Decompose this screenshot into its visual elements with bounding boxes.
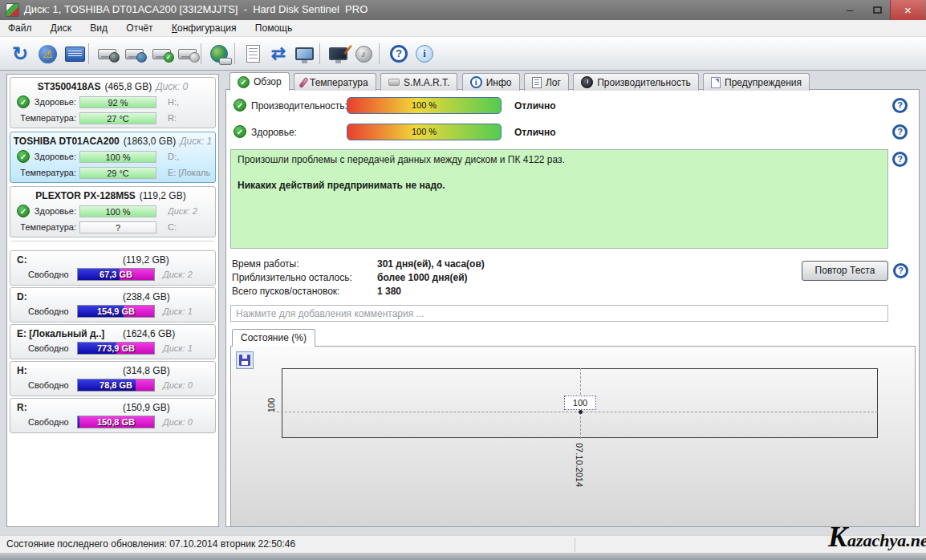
partition-name: D: <box>17 291 27 302</box>
help-icon[interactable]: ? <box>892 152 908 167</box>
menu-help[interactable]: Помощь <box>247 20 300 36</box>
tab-strip: ✓Обзор Температура S.M.A.R.T. iИнфо Лог … <box>229 72 811 90</box>
menu-report[interactable]: Отчёт <box>118 20 160 36</box>
statusbar-separator <box>575 538 575 552</box>
refresh-icon[interactable]: ↻ <box>8 42 32 66</box>
free-label: Свободно <box>28 380 69 390</box>
partition-item-e[interactable]: E: [Локальный д..] (1624,6 GB) Свободно … <box>10 324 216 359</box>
disk-number: Диск: 2 <box>168 206 197 216</box>
partition-name: E: [Локальный д..] <box>17 328 104 339</box>
chart-panel: 100 100 07.10.2014 <box>230 346 916 527</box>
check-icon: ✓ <box>238 76 250 88</box>
gauge-badge-icon <box>109 52 120 63</box>
help-icon[interactable]: ? <box>892 124 908 140</box>
disk-number: Диск: 1 <box>163 343 193 353</box>
disk-item-toshiba-selected[interactable]: TOSHIBA DT01ACA200 (1863,0 GB) Диск: 1 ✓… <box>10 132 216 183</box>
performance-meter: 100 % <box>347 97 502 114</box>
partition-size: (119,2 GB) <box>123 254 169 266</box>
partition-size: (238,4 GB) <box>123 291 170 302</box>
disk-overview-icon[interactable] <box>63 42 87 66</box>
tab-temperature[interactable]: Температура <box>294 73 376 91</box>
free-label: Свободно <box>28 270 69 279</box>
drive-letters: D:, <box>168 152 179 161</box>
problem-alert-icon[interactable]: ⚠ <box>35 42 59 66</box>
temperature-label: Температура: <box>15 222 76 232</box>
estimated-remaining-label: Приблизительно осталось: <box>232 272 352 283</box>
temperature-label: Температура: <box>15 113 76 123</box>
start-stop-count-value: 1 380 <box>377 286 401 297</box>
disk-performance-icon[interactable] <box>95 42 119 66</box>
disk-schedule-icon[interactable] <box>122 42 146 66</box>
free-space-bar: 773,9 GB <box>77 342 155 355</box>
health-ok-icon: ✓ <box>17 150 30 163</box>
tab-performance[interactable]: Производительность <box>573 73 698 91</box>
y-axis-tick-label: 100 <box>266 398 276 412</box>
help-icon[interactable]: ? <box>387 42 411 66</box>
performance-ok-icon: ✓ <box>234 99 246 112</box>
health-ok-icon: ✓ <box>17 205 30 217</box>
partition-size: (150,9 GB) <box>123 402 170 413</box>
power-on-time-value: 301 дня(ей), 4 часа(ов) <box>377 258 485 270</box>
close-button[interactable]: × <box>890 0 925 20</box>
health-bar: 92 % <box>79 96 156 108</box>
menu-view[interactable]: Вид <box>82 20 116 36</box>
disk-search-icon[interactable] <box>175 42 199 66</box>
info-icon: i <box>470 76 482 88</box>
partition-item-d[interactable]: D: (238,4 GB) Свободно 154,9 GB Диск: 1 <box>10 287 216 323</box>
tab-alerts[interactable]: Предупреждения <box>703 73 810 91</box>
retest-button[interactable]: Повтор Теста <box>802 261 888 281</box>
sync-icon[interactable]: ⇄ <box>266 42 290 66</box>
disk-number: Диск: 0 <box>163 417 193 427</box>
health-label: Здоровье: <box>251 127 297 138</box>
disk-number: Диск: 1 <box>180 136 212 147</box>
disk-number: Диск: 0 <box>156 81 188 92</box>
help-icon[interactable]: ? <box>892 98 908 113</box>
temperature-bar: 27 °C <box>79 112 156 124</box>
partition-item-h[interactable]: H: (314,8 GB) Свободно 78,8 GB Диск: 0 <box>10 361 216 396</box>
gridline-100 <box>277 412 878 412</box>
search-badge-icon <box>189 52 200 63</box>
help-icon[interactable]: ? <box>893 263 908 278</box>
health-ok-icon: ✓ <box>234 125 246 138</box>
menu-configuration[interactable]: Конфигурация <box>164 20 245 36</box>
status-message-line2: Никаких действий предпринимать не надо. <box>238 180 881 191</box>
partition-name: H: <box>17 365 27 376</box>
disk-item-plextor[interactable]: PLEXTOR PX-128M5S (119,2 GB) ✓ Здоровье:… <box>10 186 216 237</box>
network-disks-icon[interactable] <box>207 42 231 66</box>
report-icon[interactable] <box>241 42 265 66</box>
disk-accept-icon[interactable]: ✓ <box>149 42 173 66</box>
disk-sidebar: ST3500418AS (465,8 GB) Диск: 0 ✓ Здоровь… <box>6 74 219 527</box>
data-point-tooltip: 100 <box>564 396 596 410</box>
disk-size: (1863,0 GB) <box>124 136 176 147</box>
health-bar: 100 % <box>79 151 156 163</box>
remote-computer-icon[interactable] <box>292 42 316 66</box>
disk-name: TOSHIBA DT01ACA200 <box>14 136 120 147</box>
menu-file[interactable]: Файл <box>0 20 40 36</box>
sidebar-divider <box>11 241 214 248</box>
sounds-icon[interactable]: ♪ <box>351 42 376 66</box>
x-axis-date-label: 07.10.2014 <box>575 443 584 487</box>
drive-letters: C: <box>168 222 177 232</box>
info-icon[interactable]: i <box>412 42 437 66</box>
tab-log[interactable]: Лог <box>524 73 569 91</box>
data-point <box>579 410 583 414</box>
maximize-button[interactable] <box>863 0 891 20</box>
tab-smart[interactable]: S.M.A.R.T. <box>380 73 457 91</box>
window-frame-bottom <box>0 553 926 560</box>
tab-info[interactable]: iИнфо <box>462 73 520 91</box>
hardware-test-icon[interactable] <box>326 42 350 66</box>
globe-icon <box>210 45 228 63</box>
partition-item-r[interactable]: R: (150,9 GB) Свободно 150,8 GB Диск: 0 <box>10 398 216 433</box>
pen-icon <box>343 45 351 55</box>
chart-tab-state[interactable]: Состояние (%) <box>232 329 315 347</box>
free-space-bar: 150,8 GB <box>77 416 155 428</box>
tab-overview[interactable]: ✓Обзор <box>229 72 290 91</box>
save-chart-button[interactable] <box>236 351 254 369</box>
comment-input[interactable] <box>230 305 888 322</box>
minimize-button[interactable]: – <box>836 0 863 20</box>
disk-item-st3500418as[interactable]: ST3500418AS (465,8 GB) Диск: 0 ✓ Здоровь… <box>10 77 216 128</box>
health-bar: 100 % <box>79 205 156 217</box>
partition-item-c[interactable]: C: (119,2 GB) Свободно 67,3 GB Диск: 2 <box>10 250 216 286</box>
toolbar: ↻ ⚠ ✓ ⇄ ♪ ? i <box>0 37 926 71</box>
menu-disk[interactable]: Диск <box>43 20 79 36</box>
